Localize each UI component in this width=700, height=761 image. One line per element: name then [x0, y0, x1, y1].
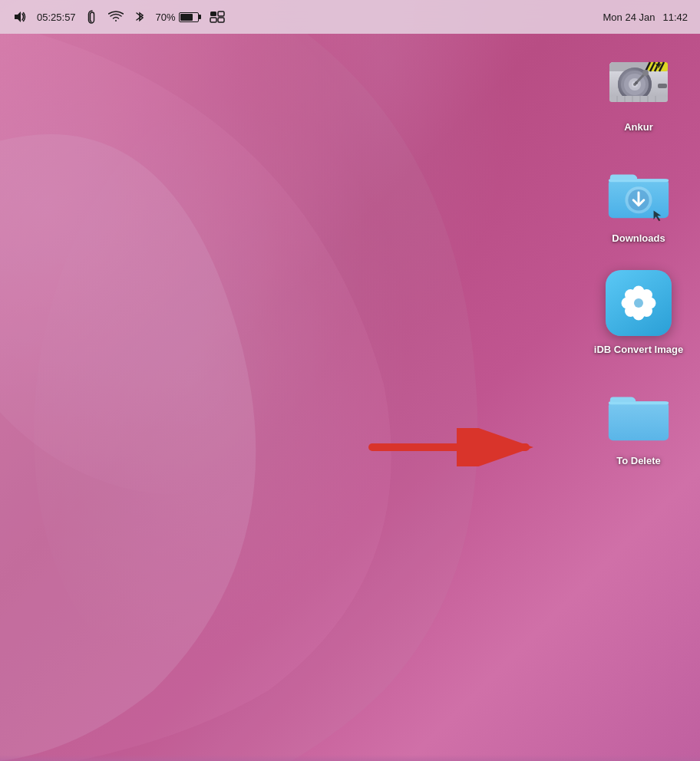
- to-delete-folder-icon: [604, 383, 673, 446]
- desktop-icon-ankur[interactable]: !: [593, 46, 685, 134]
- svg-rect-50: [609, 401, 669, 440]
- harddrive-icon: !: [606, 51, 672, 110]
- svg-point-49: [634, 298, 643, 308]
- paperclip-icon[interactable]: [87, 10, 97, 24]
- desktop-icon-to-delete[interactable]: To Delete: [593, 380, 685, 468]
- idb-label: iDB Convert Image: [594, 344, 683, 357]
- menubar-clock: 11:42: [662, 12, 688, 23]
- battery-percent: 70%: [156, 12, 176, 23]
- menubar-right: Mon 24 Jan 11:42: [603, 12, 688, 23]
- svg-rect-1: [210, 12, 216, 16]
- idb-app-icon: [606, 270, 672, 336]
- svg-rect-35: [609, 179, 669, 182]
- svg-rect-26: [609, 96, 668, 102]
- to-delete-icon-image: [604, 380, 673, 449]
- svg-text:!: !: [657, 65, 658, 69]
- svg-rect-33: [658, 84, 667, 88]
- idb-icon-image: [604, 268, 673, 338]
- svg-marker-0: [15, 12, 21, 22]
- control-center-icon[interactable]: [210, 11, 225, 23]
- svg-rect-4: [218, 18, 224, 22]
- svg-rect-51: [609, 401, 669, 404]
- ankur-label: Ankur: [624, 121, 653, 134]
- menubar-date: Mon 24 Jan: [603, 12, 655, 23]
- svg-rect-2: [218, 12, 224, 16]
- downloads-icon-image: [604, 157, 673, 226]
- desktop-icon-downloads[interactable]: Downloads: [593, 157, 685, 245]
- gear-flower-icon: [618, 282, 659, 324]
- svg-rect-3: [210, 18, 216, 22]
- menubar: 05:25:57: [0, 0, 700, 34]
- downloads-label: Downloads: [612, 232, 665, 245]
- dock: [0, 755, 700, 761]
- wifi-icon[interactable]: [108, 11, 124, 23]
- menubar-time: 05:25:57: [37, 12, 76, 23]
- volume-icon[interactable]: [12, 10, 26, 24]
- desktop-icons-container: !: [593, 46, 685, 468]
- battery-indicator[interactable]: 70%: [156, 12, 199, 23]
- menubar-left: 05:25:57: [12, 10, 225, 24]
- downloads-folder-icon: [604, 160, 673, 223]
- svg-point-24: [642, 70, 649, 76]
- to-delete-label: To Delete: [616, 455, 661, 468]
- battery-icon: [179, 12, 199, 22]
- svg-point-25: [635, 81, 638, 84]
- ankur-icon-image: !: [604, 46, 673, 115]
- bluetooth-icon[interactable]: [134, 10, 145, 24]
- desktop: 05:25:57: [0, 0, 700, 761]
- desktop-icon-idb[interactable]: iDB Convert Image: [593, 268, 685, 357]
